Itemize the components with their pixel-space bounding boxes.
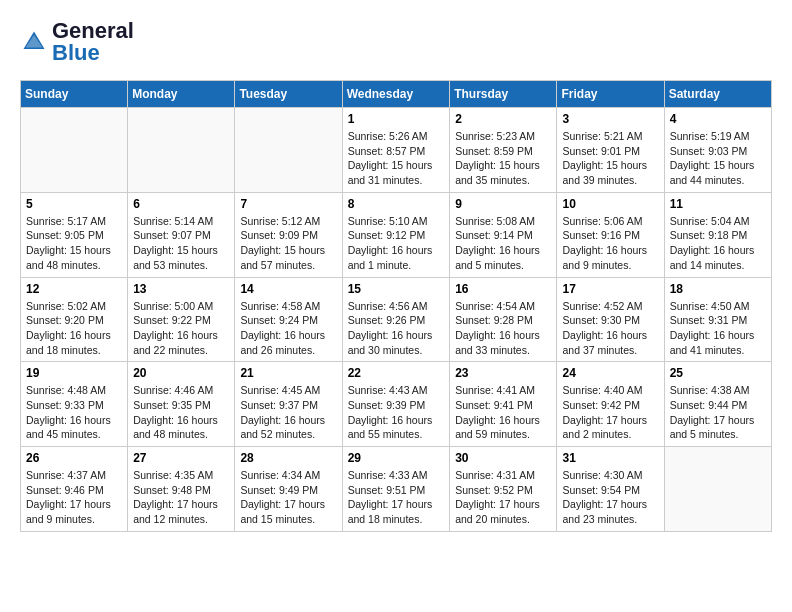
day-number: 2 [455, 112, 551, 126]
day-info: Sunrise: 5:23 AM Sunset: 8:59 PM Dayligh… [455, 129, 551, 188]
day-number: 3 [562, 112, 658, 126]
day-number: 9 [455, 197, 551, 211]
day-info: Sunrise: 5:08 AM Sunset: 9:14 PM Dayligh… [455, 214, 551, 273]
day-number: 1 [348, 112, 445, 126]
day-number: 22 [348, 366, 445, 380]
day-info: Sunrise: 5:17 AM Sunset: 9:05 PM Dayligh… [26, 214, 122, 273]
day-info: Sunrise: 4:33 AM Sunset: 9:51 PM Dayligh… [348, 468, 445, 527]
day-number: 26 [26, 451, 122, 465]
day-info: Sunrise: 5:02 AM Sunset: 9:20 PM Dayligh… [26, 299, 122, 358]
day-info: Sunrise: 4:54 AM Sunset: 9:28 PM Dayligh… [455, 299, 551, 358]
calendar-cell: 18Sunrise: 4:50 AM Sunset: 9:31 PM Dayli… [664, 277, 771, 362]
day-info: Sunrise: 4:52 AM Sunset: 9:30 PM Dayligh… [562, 299, 658, 358]
calendar-cell: 29Sunrise: 4:33 AM Sunset: 9:51 PM Dayli… [342, 447, 450, 532]
day-number: 13 [133, 282, 229, 296]
day-number: 14 [240, 282, 336, 296]
calendar-cell [235, 108, 342, 193]
calendar-header-wednesday: Wednesday [342, 81, 450, 108]
day-info: Sunrise: 4:41 AM Sunset: 9:41 PM Dayligh… [455, 383, 551, 442]
day-info: Sunrise: 5:06 AM Sunset: 9:16 PM Dayligh… [562, 214, 658, 273]
day-number: 4 [670, 112, 766, 126]
day-info: Sunrise: 5:19 AM Sunset: 9:03 PM Dayligh… [670, 129, 766, 188]
calendar-header-monday: Monday [128, 81, 235, 108]
day-number: 31 [562, 451, 658, 465]
day-info: Sunrise: 5:21 AM Sunset: 9:01 PM Dayligh… [562, 129, 658, 188]
day-info: Sunrise: 4:46 AM Sunset: 9:35 PM Dayligh… [133, 383, 229, 442]
calendar-cell [21, 108, 128, 193]
calendar-cell: 24Sunrise: 4:40 AM Sunset: 9:42 PM Dayli… [557, 362, 664, 447]
day-info: Sunrise: 5:14 AM Sunset: 9:07 PM Dayligh… [133, 214, 229, 273]
calendar-cell: 21Sunrise: 4:45 AM Sunset: 9:37 PM Dayli… [235, 362, 342, 447]
calendar-cell: 25Sunrise: 4:38 AM Sunset: 9:44 PM Dayli… [664, 362, 771, 447]
calendar-cell: 2Sunrise: 5:23 AM Sunset: 8:59 PM Daylig… [450, 108, 557, 193]
day-number: 27 [133, 451, 229, 465]
day-number: 30 [455, 451, 551, 465]
calendar-cell: 26Sunrise: 4:37 AM Sunset: 9:46 PM Dayli… [21, 447, 128, 532]
day-info: Sunrise: 5:26 AM Sunset: 8:57 PM Dayligh… [348, 129, 445, 188]
day-info: Sunrise: 5:10 AM Sunset: 9:12 PM Dayligh… [348, 214, 445, 273]
day-number: 5 [26, 197, 122, 211]
day-info: Sunrise: 4:30 AM Sunset: 9:54 PM Dayligh… [562, 468, 658, 527]
day-info: Sunrise: 4:40 AM Sunset: 9:42 PM Dayligh… [562, 383, 658, 442]
logo: GeneralBlue [20, 20, 134, 64]
day-info: Sunrise: 4:31 AM Sunset: 9:52 PM Dayligh… [455, 468, 551, 527]
day-number: 21 [240, 366, 336, 380]
day-number: 10 [562, 197, 658, 211]
calendar-header-saturday: Saturday [664, 81, 771, 108]
calendar-cell [664, 447, 771, 532]
calendar-cell: 7Sunrise: 5:12 AM Sunset: 9:09 PM Daylig… [235, 192, 342, 277]
day-number: 16 [455, 282, 551, 296]
calendar-cell: 11Sunrise: 5:04 AM Sunset: 9:18 PM Dayli… [664, 192, 771, 277]
calendar-table: SundayMondayTuesdayWednesdayThursdayFrid… [20, 80, 772, 532]
day-number: 28 [240, 451, 336, 465]
day-info: Sunrise: 4:56 AM Sunset: 9:26 PM Dayligh… [348, 299, 445, 358]
day-number: 11 [670, 197, 766, 211]
calendar-header-row: SundayMondayTuesdayWednesdayThursdayFrid… [21, 81, 772, 108]
day-number: 19 [26, 366, 122, 380]
day-number: 17 [562, 282, 658, 296]
day-info: Sunrise: 4:34 AM Sunset: 9:49 PM Dayligh… [240, 468, 336, 527]
day-number: 24 [562, 366, 658, 380]
day-info: Sunrise: 4:43 AM Sunset: 9:39 PM Dayligh… [348, 383, 445, 442]
calendar-header-thursday: Thursday [450, 81, 557, 108]
calendar-cell: 31Sunrise: 4:30 AM Sunset: 9:54 PM Dayli… [557, 447, 664, 532]
day-info: Sunrise: 5:04 AM Sunset: 9:18 PM Dayligh… [670, 214, 766, 273]
calendar-cell: 8Sunrise: 5:10 AM Sunset: 9:12 PM Daylig… [342, 192, 450, 277]
day-info: Sunrise: 4:48 AM Sunset: 9:33 PM Dayligh… [26, 383, 122, 442]
calendar-cell: 9Sunrise: 5:08 AM Sunset: 9:14 PM Daylig… [450, 192, 557, 277]
day-number: 18 [670, 282, 766, 296]
day-info: Sunrise: 5:00 AM Sunset: 9:22 PM Dayligh… [133, 299, 229, 358]
calendar-cell: 19Sunrise: 4:48 AM Sunset: 9:33 PM Dayli… [21, 362, 128, 447]
logo-text: GeneralBlue [52, 20, 134, 64]
day-number: 7 [240, 197, 336, 211]
calendar-cell: 6Sunrise: 5:14 AM Sunset: 9:07 PM Daylig… [128, 192, 235, 277]
calendar-header-tuesday: Tuesday [235, 81, 342, 108]
day-info: Sunrise: 4:58 AM Sunset: 9:24 PM Dayligh… [240, 299, 336, 358]
calendar-week-row: 1Sunrise: 5:26 AM Sunset: 8:57 PM Daylig… [21, 108, 772, 193]
logo-icon [20, 28, 48, 56]
day-number: 12 [26, 282, 122, 296]
calendar-cell: 14Sunrise: 4:58 AM Sunset: 9:24 PM Dayli… [235, 277, 342, 362]
calendar-cell: 22Sunrise: 4:43 AM Sunset: 9:39 PM Dayli… [342, 362, 450, 447]
calendar-week-row: 26Sunrise: 4:37 AM Sunset: 9:46 PM Dayli… [21, 447, 772, 532]
calendar-week-row: 19Sunrise: 4:48 AM Sunset: 9:33 PM Dayli… [21, 362, 772, 447]
day-number: 15 [348, 282, 445, 296]
calendar-cell: 20Sunrise: 4:46 AM Sunset: 9:35 PM Dayli… [128, 362, 235, 447]
calendar-cell: 4Sunrise: 5:19 AM Sunset: 9:03 PM Daylig… [664, 108, 771, 193]
day-info: Sunrise: 4:38 AM Sunset: 9:44 PM Dayligh… [670, 383, 766, 442]
calendar-cell: 17Sunrise: 4:52 AM Sunset: 9:30 PM Dayli… [557, 277, 664, 362]
calendar-cell [128, 108, 235, 193]
calendar-cell: 27Sunrise: 4:35 AM Sunset: 9:48 PM Dayli… [128, 447, 235, 532]
calendar-cell: 12Sunrise: 5:02 AM Sunset: 9:20 PM Dayli… [21, 277, 128, 362]
calendar-cell: 15Sunrise: 4:56 AM Sunset: 9:26 PM Dayli… [342, 277, 450, 362]
calendar-cell: 1Sunrise: 5:26 AM Sunset: 8:57 PM Daylig… [342, 108, 450, 193]
day-number: 20 [133, 366, 229, 380]
page-header: GeneralBlue [20, 20, 772, 64]
day-number: 6 [133, 197, 229, 211]
calendar-cell: 23Sunrise: 4:41 AM Sunset: 9:41 PM Dayli… [450, 362, 557, 447]
calendar-header-sunday: Sunday [21, 81, 128, 108]
day-number: 25 [670, 366, 766, 380]
day-number: 23 [455, 366, 551, 380]
calendar-cell: 28Sunrise: 4:34 AM Sunset: 9:49 PM Dayli… [235, 447, 342, 532]
calendar-cell: 10Sunrise: 5:06 AM Sunset: 9:16 PM Dayli… [557, 192, 664, 277]
